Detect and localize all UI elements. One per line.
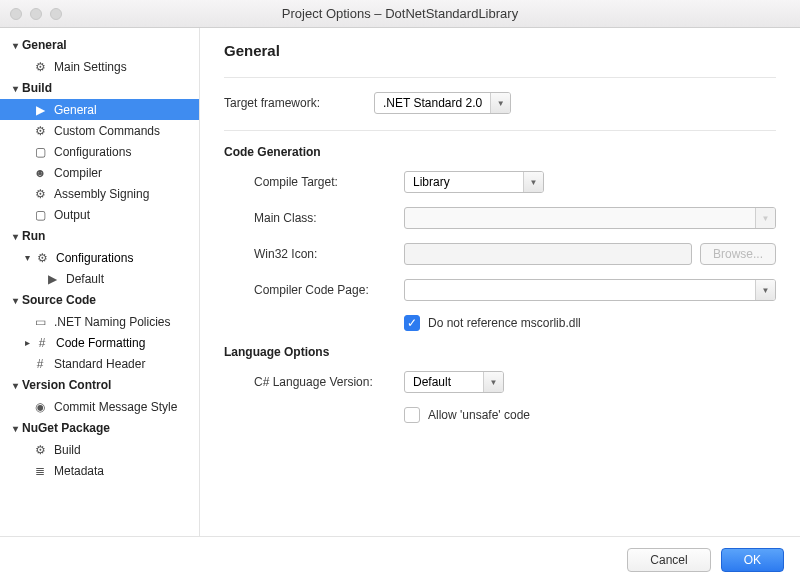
win32-icon-field[interactable] (404, 243, 692, 265)
checkbox-icon (404, 407, 420, 423)
page-heading: General (224, 42, 776, 59)
code-page-label: Compiler Code Page: (254, 283, 404, 297)
chevron-down-icon: ▾ (10, 231, 20, 242)
tag-icon: ▭ (32, 314, 48, 330)
compile-target-select[interactable]: Library ▼ (404, 171, 544, 193)
main-class-select[interactable]: ▼ (404, 207, 776, 229)
chevron-down-icon: ▼ (523, 172, 543, 192)
sidebar-item-nuget-metadata[interactable]: ≣Metadata (0, 460, 199, 481)
chevron-down-icon: ▼ (490, 93, 510, 113)
chevron-down-icon: ▼ (755, 208, 775, 228)
box-icon: ▢ (32, 207, 48, 223)
sidebar-section-general[interactable]: ▾General (0, 34, 199, 56)
sidebar-section-version-control[interactable]: ▾Version Control (0, 374, 199, 396)
window-title: Project Options – DotNetStandardLibrary (0, 6, 800, 21)
chevron-down-icon: ▼ (755, 280, 775, 300)
cs-version-select[interactable]: Default ▼ (404, 371, 504, 393)
gear-icon: ⚙ (32, 123, 48, 139)
sidebar-item-standard-header[interactable]: #Standard Header (0, 353, 199, 374)
chevron-down-icon: ▾ (10, 83, 20, 94)
hash-icon: # (34, 335, 50, 351)
sidebar-item-nuget-build[interactable]: ⚙Build (0, 439, 199, 460)
browse-button[interactable]: Browse... (700, 243, 776, 265)
close-icon[interactable] (10, 8, 22, 20)
chevron-down-icon: ▾ (10, 40, 20, 51)
sidebar-item-configurations[interactable]: ▢Configurations (0, 141, 199, 162)
sidebar-item-general[interactable]: ▶General (0, 99, 199, 120)
box-icon: ▢ (32, 144, 48, 160)
sidebar-item-code-formatting[interactable]: ▸#Code Formatting (0, 332, 199, 353)
lines-icon: ≣ (32, 463, 48, 479)
sidebar: ▾General ⚙Main Settings ▾Build ▶General … (0, 28, 200, 536)
sidebar-section-build[interactable]: ▾Build (0, 77, 199, 99)
sidebar-section-nuget[interactable]: ▾NuGet Package (0, 417, 199, 439)
play-icon: ▶ (44, 271, 60, 287)
sidebar-item-naming-policies[interactable]: ▭.NET Naming Policies (0, 311, 199, 332)
target-framework-label: Target framework: (224, 96, 374, 110)
check-icon: ✓ (404, 315, 420, 331)
robot-icon: ☻ (32, 165, 48, 181)
ok-button[interactable]: OK (721, 548, 784, 572)
compile-target-label: Compile Target: (254, 175, 404, 189)
main-panel: General Target framework: .NET Standard … (200, 28, 800, 536)
no-mscorlib-checkbox[interactable]: ✓ Do not reference mscorlib.dll (404, 315, 581, 331)
sidebar-item-output[interactable]: ▢Output (0, 204, 199, 225)
footer: Cancel OK (0, 536, 800, 582)
cs-version-label: C# Language Version: (254, 375, 404, 389)
divider (224, 77, 776, 78)
language-options-title: Language Options (224, 345, 776, 359)
sidebar-item-main-settings[interactable]: ⚙Main Settings (0, 56, 199, 77)
chevron-right-icon: ▸ (22, 337, 32, 348)
win32-icon-label: Win32 Icon: (254, 247, 404, 261)
sidebar-item-run-configurations[interactable]: ▾⚙Configurations (0, 247, 199, 268)
play-icon: ▶ (32, 102, 48, 118)
sidebar-item-custom-commands[interactable]: ⚙Custom Commands (0, 120, 199, 141)
sidebar-item-commit-message-style[interactable]: ◉Commit Message Style (0, 396, 199, 417)
code-generation-title: Code Generation (224, 145, 776, 159)
sidebar-item-compiler[interactable]: ☻Compiler (0, 162, 199, 183)
sidebar-section-source-code[interactable]: ▾Source Code (0, 289, 199, 311)
gear-icon: ⚙ (32, 186, 48, 202)
gear-icon: ⚙ (34, 250, 50, 266)
gear-icon: ⚙ (32, 442, 48, 458)
minimize-icon[interactable] (30, 8, 42, 20)
main-class-label: Main Class: (254, 211, 404, 225)
target-framework-select[interactable]: .NET Standard 2.0 ▼ (374, 92, 511, 114)
hash-icon: # (32, 356, 48, 372)
chevron-down-icon: ▾ (10, 380, 20, 391)
divider (224, 130, 776, 131)
cancel-button[interactable]: Cancel (627, 548, 710, 572)
sidebar-item-assembly-signing[interactable]: ⚙Assembly Signing (0, 183, 199, 204)
zoom-icon[interactable] (50, 8, 62, 20)
chevron-down-icon: ▾ (10, 295, 20, 306)
window-controls (10, 8, 62, 20)
sidebar-section-run[interactable]: ▾Run (0, 225, 199, 247)
check-icon: ◉ (32, 399, 48, 415)
chevron-down-icon: ▾ (22, 252, 32, 263)
code-page-select[interactable]: ▼ (404, 279, 776, 301)
chevron-down-icon: ▼ (483, 372, 503, 392)
titlebar: Project Options – DotNetStandardLibrary (0, 0, 800, 28)
chevron-down-icon: ▾ (10, 423, 20, 434)
allow-unsafe-checkbox[interactable]: Allow 'unsafe' code (404, 407, 530, 423)
gear-icon: ⚙ (32, 59, 48, 75)
sidebar-item-default[interactable]: ▶Default (0, 268, 199, 289)
